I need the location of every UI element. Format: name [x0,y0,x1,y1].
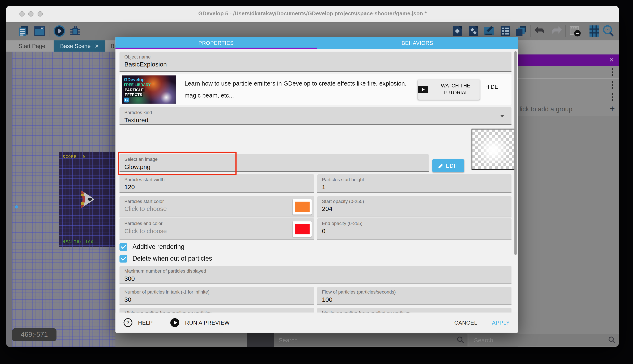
brush-icon [438,163,443,168]
undo-icon[interactable] [534,25,546,37]
field-label: Particles kind [124,110,507,115]
tutorial-banner: GDevelop FREE LIBRARY PARTICLE EFFECTS G… [119,74,511,105]
thumb-text: EFFECTS [124,92,143,97]
instances-list-icon[interactable] [499,25,511,37]
redo-icon[interactable] [551,25,563,37]
field-label: Flow of particles (particles/seconds) [322,290,507,294]
kebab-menu-icon[interactable] [611,68,613,76]
watch-tutorial-button[interactable]: WATCH THE TUTORIAL [418,80,480,100]
scene-bounds[interactable]: SCORE: 0 HEALTH: 100 [59,152,115,247]
cancel-button[interactable]: CANCEL [454,320,477,326]
search-icon [457,336,464,344]
particles-kind-select[interactable]: Particles kind Textured [119,107,511,125]
tab-start-page[interactable]: Start Page [12,40,52,52]
selection-handle[interactable] [15,205,18,208]
hide-button[interactable]: HIDE [485,84,498,90]
edit-image-button[interactable]: EDIT [432,159,464,172]
gdevelop-logo: G [124,98,129,102]
cursor-coordinates-badge: 469;-571 [12,328,57,341]
search-input[interactable] [469,334,619,346]
start-color-swatch[interactable] [294,202,309,212]
play-icon[interactable] [53,25,66,37]
button-label: WATCH THE TUTORIAL [432,82,480,96]
end-color-field[interactable]: Particles end color Click to choose [119,218,314,240]
field-label: Maximum number of particles displayed [124,268,507,274]
youtube-play-icon [418,86,428,93]
zoom-1-1-icon[interactable]: 1:1 [602,25,614,37]
particles-flow-field[interactable]: Flow of particles (particles/seconds) 10… [317,287,511,305]
tab-label: Base Scene [60,43,91,49]
particles-tank-field[interactable]: Number of particles in tank (-1 for infi… [119,287,314,305]
toolbar-separator [530,25,531,37]
field-label: Particles start height [322,177,507,182]
max-force-field[interactable]: Maximum emitter force applied on particl… [317,308,511,313]
preview-window-icon[interactable] [34,25,46,37]
kebab-menu-icon[interactable] [611,81,613,89]
help-button[interactable]: HELP [138,320,153,326]
player-ship-sprite[interactable] [80,189,95,210]
field-value: Click to choose [124,228,309,235]
search-input[interactable] [274,334,467,346]
field-label: Maximum emitter force applied on particl… [322,310,507,313]
apply-button[interactable]: APPLY [492,320,510,326]
thumb-text: PARTICLE [124,88,145,92]
field-label: End opacity (0-255) [322,221,507,226]
start-width-field[interactable]: Particles start width 120 [119,174,314,193]
tab-properties[interactable]: PROPERTIES [115,37,317,49]
scene-editor-canvas[interactable]: SCORE: 0 HEALTH: 100 [12,52,115,347]
field-value: Glow.png [124,163,424,171]
thumb-text: FREE LIBRARY [124,82,151,86]
panel-divider [247,333,274,347]
add-icon[interactable]: + [610,104,615,114]
search-bar-instances [274,334,467,346]
field-value: 30 [124,296,309,304]
scene-left-edge [6,52,12,347]
color-swatch-card[interactable] [292,199,311,214]
toggle-grid-icon[interactable] [588,25,600,37]
run-preview-icon[interactable] [171,318,179,327]
max-particles-field[interactable]: Maximum number of particles displayed 30… [119,266,511,284]
field-label: Minimum emitter force applied on particl… [124,310,309,313]
debug-icon[interactable] [69,25,81,37]
start-color-field[interactable]: Particles start color Click to choose [119,196,314,218]
object-list-item[interactable] [518,66,619,79]
layers-icon[interactable] [515,25,527,37]
tab-base-scene[interactable]: Base Scene ✕ [54,40,106,52]
properties-icon[interactable] [483,25,495,37]
min-force-field[interactable]: Minimum emitter force applied on particl… [119,308,314,313]
start-opacity-field[interactable]: Start opacity (0-255) 204 [317,196,511,218]
additive-rendering-checkbox[interactable] [119,243,127,251]
run-preview-button[interactable]: RUN A PREVIEW [185,320,230,326]
object-groups-icon[interactable] [467,25,480,37]
close-panel-icon[interactable]: ✕ [609,56,614,64]
tab-behaviors[interactable]: BEHAVIORS [317,37,518,49]
kebab-menu-icon[interactable] [611,93,613,101]
tutorial-thumbnail[interactable]: GDevelop FREE LIBRARY PARTICLE EFFECTS G [122,76,176,104]
close-tab-icon[interactable]: ✕ [95,43,99,49]
delete-when-out-checkbox[interactable] [119,255,127,262]
color-swatch-card[interactable] [292,222,311,237]
end-opacity-field[interactable]: End opacity (0-255) 0 [317,218,511,240]
add-group-label: lick to add a group [520,106,572,113]
dialog-scrollbar[interactable] [514,51,517,255]
field-value: 204 [322,205,507,212]
tab-label: Start Page [19,43,45,49]
end-color-swatch[interactable] [294,224,309,234]
object-name-field[interactable]: Object name BasicExplosion [119,52,511,72]
select-image-field[interactable]: Select an image Glow.png [119,154,429,172]
tank-flow-row: Number of particles in tank (-1 for infi… [119,287,511,305]
field-value: 100 [322,296,507,304]
start-height-field[interactable]: Particles start height 1 [317,174,511,193]
toolbar-separator [565,25,566,37]
toggle-mask-icon[interactable] [569,25,581,37]
objects-panel-icon[interactable] [451,25,463,37]
dialog-footer: ? HELP RUN A PREVIEW CANCEL APPLY [115,313,518,333]
start-size-row: Particles start width 120 Particles star… [119,174,511,193]
search-bar-objects [469,334,619,346]
add-group-row[interactable]: lick to add a group + [518,103,619,116]
object-list-item[interactable] [518,79,619,92]
field-label: Particles start width [124,177,309,182]
project-manager-icon[interactable] [18,25,30,37]
help-icon[interactable]: ? [124,318,132,327]
object-list-item[interactable] [518,91,619,104]
